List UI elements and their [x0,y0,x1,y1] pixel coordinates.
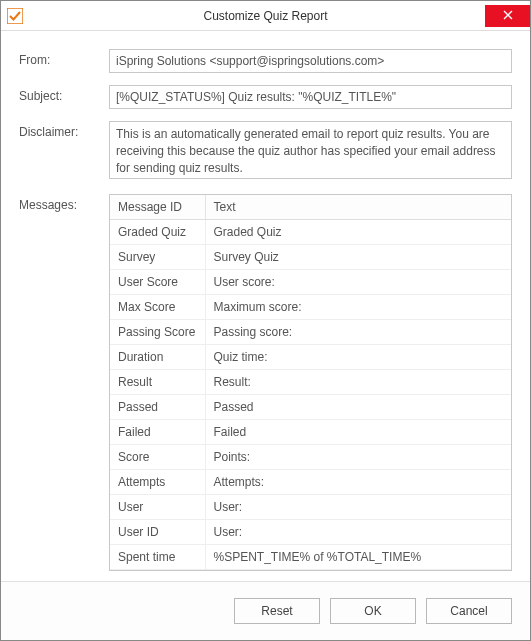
table-row[interactable]: PassedPassed [110,395,511,420]
cell-message-id: Attempts [110,470,205,495]
titlebar-left [7,8,23,24]
disclaimer-row: Disclaimer: [19,121,512,182]
table-row[interactable]: Passing ScorePassing score: [110,320,511,345]
cancel-button[interactable]: Cancel [426,598,512,624]
cell-message-id: Passed [110,395,205,420]
from-input[interactable] [109,49,512,73]
reset-button[interactable]: Reset [234,598,320,624]
cell-message-id: Survey [110,245,205,270]
table-header-row: Message ID Text [110,195,511,220]
close-button[interactable] [485,5,530,27]
messages-table: Message ID Text Graded QuizGraded QuizSu… [110,195,511,570]
table-row[interactable]: User IDUser: [110,520,511,545]
app-icon [7,8,23,24]
cell-message-id: User Score [110,270,205,295]
cell-text: Result: [205,370,511,395]
disclaimer-textarea[interactable] [109,121,512,179]
cell-text: Graded Quiz [205,220,511,245]
window-title: Customize Quiz Report [203,9,327,23]
table-row[interactable]: Spent time%SPENT_TIME% of %TOTAL_TIME% [110,545,511,570]
from-row: From: [19,49,512,73]
cell-text: Maximum score: [205,295,511,320]
table-row[interactable]: ScorePoints: [110,445,511,470]
cell-text: Failed [205,420,511,445]
cell-text: User: [205,520,511,545]
cell-text: Attempts: [205,470,511,495]
cell-text: %SPENT_TIME% of %TOTAL_TIME% [205,545,511,570]
messages-table-wrap: Message ID Text Graded QuizGraded QuizSu… [109,194,512,571]
dialog-window: Customize Quiz Report From: Subject: Dis… [0,0,531,641]
ok-button[interactable]: OK [330,598,416,624]
messages-label: Messages: [19,194,99,212]
table-row[interactable]: SurveySurvey Quiz [110,245,511,270]
cell-text: User score: [205,270,511,295]
disclaimer-label: Disclaimer: [19,121,99,139]
messages-row: Messages: Message ID Text Graded QuizGra… [19,194,512,571]
subject-input[interactable] [109,85,512,109]
cell-text: Passed [205,395,511,420]
cell-message-id: Passing Score [110,320,205,345]
cell-message-id: User [110,495,205,520]
table-row[interactable]: UserUser: [110,495,511,520]
cell-message-id: Result [110,370,205,395]
from-label: From: [19,49,99,67]
cell-message-id: Max Score [110,295,205,320]
cell-message-id: Duration [110,345,205,370]
subject-label: Subject: [19,85,99,103]
cell-message-id: Graded Quiz [110,220,205,245]
dialog-footer: Reset OK Cancel [1,581,530,640]
subject-row: Subject: [19,85,512,109]
table-row[interactable]: FailedFailed [110,420,511,445]
table-row[interactable]: AttemptsAttempts: [110,470,511,495]
table-row[interactable]: Max ScoreMaximum score: [110,295,511,320]
cell-text: User: [205,495,511,520]
content-area: From: Subject: Disclaimer: Messages: [1,31,530,581]
cell-message-id: User ID [110,520,205,545]
cell-message-id: Score [110,445,205,470]
titlebar: Customize Quiz Report [1,1,530,31]
table-row[interactable]: Graded QuizGraded Quiz [110,220,511,245]
header-message-id[interactable]: Message ID [110,195,205,220]
cell-text: Quiz time: [205,345,511,370]
cell-message-id: Failed [110,420,205,445]
table-row[interactable]: DurationQuiz time: [110,345,511,370]
close-icon [503,8,513,23]
svg-rect-0 [7,8,23,24]
cell-text: Passing score: [205,320,511,345]
table-row[interactable]: ResultResult: [110,370,511,395]
cell-message-id: Spent time [110,545,205,570]
cell-text: Survey Quiz [205,245,511,270]
header-text[interactable]: Text [205,195,511,220]
table-row[interactable]: User ScoreUser score: [110,270,511,295]
cell-text: Points: [205,445,511,470]
